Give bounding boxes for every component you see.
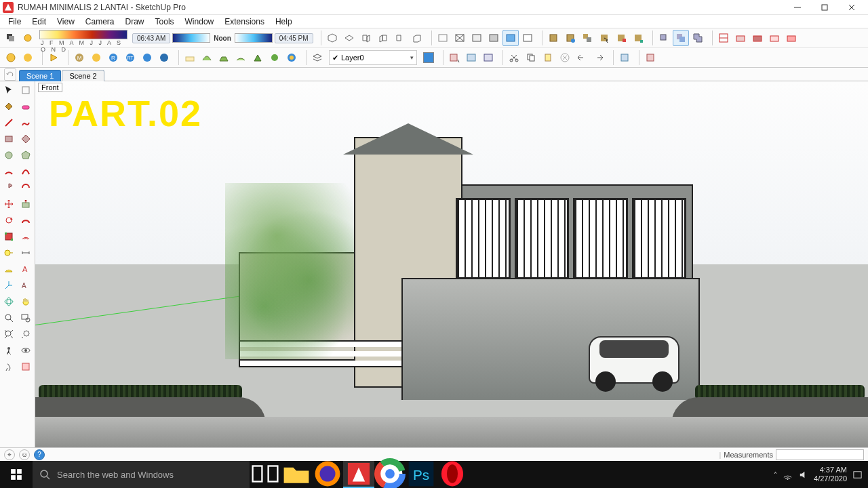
view-top-icon[interactable] — [341, 30, 357, 46]
menu-draw[interactable]: Draw — [120, 16, 150, 28]
freehand-icon[interactable] — [18, 115, 33, 130]
month-gradient[interactable] — [39, 30, 127, 39]
measurements-input[interactable] — [776, 449, 864, 460]
scale-tool-icon[interactable] — [1, 229, 16, 244]
select-tool-icon[interactable] — [1, 83, 16, 98]
volume-icon[interactable] — [798, 470, 808, 480]
dc-interact-icon[interactable] — [446, 49, 462, 66]
menu-view[interactable]: View — [52, 16, 80, 28]
pan-tool-icon[interactable] — [18, 294, 33, 309]
layer-color-icon[interactable] — [420, 49, 437, 66]
tape-tool-icon[interactable] — [1, 245, 16, 260]
vray-sphere2-icon[interactable] — [20, 49, 36, 66]
move-tool-icon[interactable] — [1, 197, 16, 211]
task-view-icon[interactable] — [250, 461, 281, 488]
shadow-toggle-icon[interactable] — [3, 30, 19, 46]
firefox-icon[interactable] — [312, 461, 343, 488]
dc-attributes-icon[interactable] — [480, 49, 496, 66]
style-wireframe-icon[interactable] — [452, 30, 468, 46]
arc-tool-icon[interactable] — [1, 164, 16, 179]
rotated-rect-icon[interactable] — [18, 131, 33, 146]
geo-location-icon[interactable]: ⌖ — [4, 449, 15, 460]
menu-extensions[interactable]: Extensions — [219, 16, 270, 28]
layer-dropdown[interactable]: ✔ Layer0 ▾ — [329, 50, 417, 65]
shadow-months[interactable]: J F M A M J J A S O N D — [39, 30, 127, 46]
network-icon[interactable] — [783, 470, 793, 480]
photoshop-icon[interactable]: Ps — [406, 461, 437, 488]
component-replace-icon[interactable] — [579, 30, 595, 46]
style-shaded-icon[interactable] — [486, 30, 502, 46]
section-cut-icon[interactable] — [715, 30, 732, 46]
tray-chevron-icon[interactable]: ˄ — [774, 471, 777, 479]
close-button[interactable] — [838, 0, 865, 15]
sandbox-smoove-icon[interactable] — [199, 49, 215, 66]
redo-icon[interactable] — [591, 49, 607, 66]
paint-bucket-icon[interactable] — [1, 99, 16, 114]
component-attr-icon[interactable] — [630, 30, 646, 46]
vray-sun-icon[interactable] — [283, 49, 300, 66]
followme-icon[interactable] — [18, 213, 33, 228]
viewport[interactable]: Front PART.02 — [35, 81, 868, 447]
extensions-icon[interactable] — [642, 49, 658, 66]
solid-union-icon[interactable] — [690, 30, 706, 46]
solid-intersect-icon[interactable] — [673, 30, 689, 46]
rectangle-tool-icon[interactable] — [1, 131, 16, 146]
component-lock-icon[interactable] — [613, 30, 629, 46]
view-front-icon[interactable] — [358, 30, 374, 46]
scene-tab-1[interactable]: Scene 1 — [19, 70, 61, 81]
time-gradient[interactable] — [172, 33, 210, 43]
line-tool-icon[interactable] — [1, 115, 16, 130]
help-icon[interactable]: ? — [34, 449, 45, 460]
make-component-icon[interactable] — [18, 83, 33, 98]
menu-tools[interactable]: Tools — [150, 16, 180, 28]
time-gradient-pm[interactable] — [235, 33, 273, 43]
sandbox-flip-icon[interactable] — [267, 49, 283, 66]
minimize-button[interactable] — [784, 0, 811, 15]
sandbox-grid-icon[interactable] — [182, 49, 198, 66]
section-display-icon[interactable] — [732, 30, 749, 46]
warehouse-icon[interactable] — [616, 49, 633, 66]
scene-refresh-icon[interactable] — [4, 68, 16, 81]
arc2-tool-icon[interactable] — [18, 164, 33, 179]
eraser-icon[interactable] — [18, 99, 33, 114]
system-tray[interactable]: ˄ 4:37 AM 4/27/2020 — [768, 466, 868, 483]
vray-br-icon[interactable] — [156, 49, 172, 66]
menu-camera[interactable]: Camera — [80, 16, 120, 28]
position-camera-icon[interactable] — [1, 343, 16, 358]
file-explorer-icon[interactable] — [281, 461, 312, 488]
component-select-icon[interactable] — [596, 30, 612, 46]
shadow-time-left[interactable]: 06:43 AM — [132, 33, 170, 43]
view-left-icon[interactable] — [409, 30, 425, 46]
style-xray-icon[interactable] — [435, 30, 451, 46]
vray-r-icon[interactable]: R — [105, 49, 121, 66]
view-iso-icon[interactable] — [324, 30, 340, 46]
section-plane-icon[interactable] — [766, 30, 783, 46]
text-tool-icon[interactable]: A — [18, 262, 33, 277]
section-plane-tool-icon[interactable] — [18, 359, 33, 374]
view-right-icon[interactable] — [375, 30, 391, 46]
menu-window[interactable]: Window — [180, 16, 220, 28]
pushpull-icon[interactable] — [18, 197, 33, 211]
copy-icon[interactable] — [523, 49, 539, 66]
style-shaded-textures-icon[interactable] — [502, 30, 519, 46]
scene-tab-2[interactable]: Scene 2 — [62, 70, 104, 81]
protractor-icon[interactable] — [1, 262, 16, 277]
look-around-icon[interactable] — [18, 343, 33, 358]
maximize-button[interactable] — [811, 0, 838, 15]
dimension-icon[interactable] — [18, 245, 33, 260]
vray-sphere-icon[interactable] — [3, 49, 19, 66]
offset-tool-icon[interactable] — [18, 229, 33, 244]
vray-bb-icon[interactable] — [139, 49, 155, 66]
circle-tool-icon[interactable] — [1, 148, 16, 163]
menu-help[interactable]: Help — [270, 16, 298, 28]
rotate-tool-icon[interactable] — [1, 213, 16, 228]
menu-file[interactable]: File — [3, 16, 26, 28]
menu-edit[interactable]: Edit — [26, 16, 52, 28]
view-back-icon[interactable] — [392, 30, 408, 46]
delete-icon[interactable] — [557, 49, 573, 66]
shadow-settings-icon[interactable] — [20, 30, 36, 46]
section-active-icon[interactable] — [783, 30, 800, 46]
3dtext-icon[interactable]: A — [18, 278, 33, 293]
zoom-window-icon[interactable] — [18, 310, 33, 325]
taskbar-search[interactable]: Search the web and Windows — [33, 461, 250, 488]
